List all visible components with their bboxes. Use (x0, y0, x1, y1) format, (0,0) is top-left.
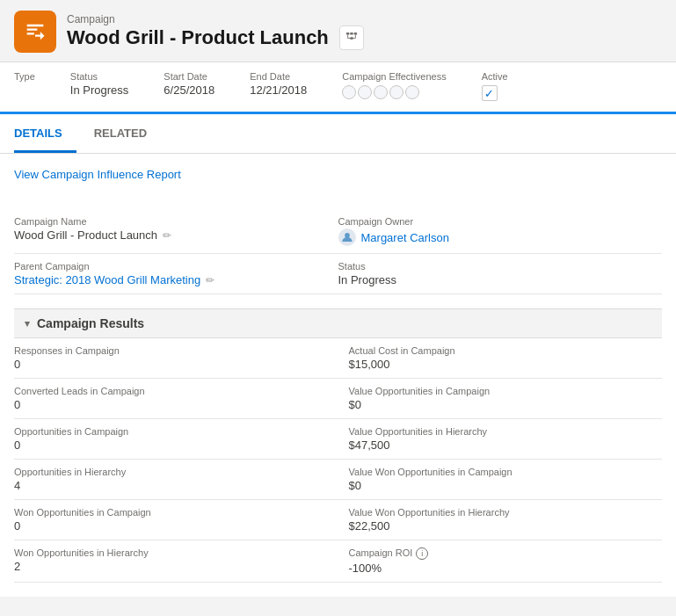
result-value: 0 (14, 358, 328, 371)
result-item: Responses in Campaign 0 (14, 338, 338, 379)
tab-details[interactable]: DETAILS (14, 114, 76, 153)
parent-campaign-value[interactable]: Strategic: 2018 Wood Grill Marketing (14, 273, 200, 286)
owner-row: Margaret Carlson (338, 228, 642, 246)
star-5 (405, 85, 419, 99)
result-item: Converted Leads in Campaign 0 (14, 379, 338, 419)
result-label-text: Value Opportunities in Campaign (349, 386, 491, 396)
result-label: Opportunities in Hierarchy (14, 467, 328, 477)
end-date-value: 12/21/2018 (250, 83, 307, 97)
result-item: Value Opportunities in Hierarchy $47,500 (338, 419, 663, 460)
meta-start-date: Start Date 6/25/2018 (164, 71, 214, 97)
result-value: 0 (14, 519, 328, 533)
meta-bar: Type Status In Progress Start Date 6/25/… (0, 62, 676, 114)
result-item: Opportunities in Hierarchy 4 (14, 460, 338, 500)
result-value: $0 (349, 479, 652, 492)
result-value: $22,500 (349, 519, 652, 533)
result-label: Value Won Opportunities in Campaign (349, 467, 652, 477)
campaign-name-row: Wood Grill - Product Launch ✏ (14, 228, 317, 242)
result-label-text: Value Won Opportunities in Campaign (349, 467, 512, 477)
result-label: Value Opportunities in Hierarchy (349, 426, 652, 437)
svg-rect-0 (346, 33, 350, 35)
results-grid: Responses in Campaign 0 Actual Cost in C… (14, 338, 662, 583)
meta-end-date: End Date 12/21/2018 (250, 71, 307, 97)
owner-avatar (338, 228, 356, 246)
campaign-results-title: Campaign Results (37, 316, 144, 330)
parent-campaign-row: Strategic: 2018 Wood Grill Marketing ✏ (14, 273, 317, 286)
main-content: View Campaign Influence Report Campaign … (0, 154, 676, 597)
campaign-name-field: Campaign Name Wood Grill - Product Launc… (14, 209, 338, 254)
result-label: Opportunities in Campaign (14, 426, 328, 437)
campaign-name-edit-icon[interactable]: ✏ (163, 229, 171, 242)
campaign-icon (14, 11, 56, 53)
result-value: $15,000 (349, 358, 652, 371)
result-label: Value Opportunities in Campaign (349, 386, 652, 396)
object-label: Campaign (67, 13, 364, 25)
hierarchy-button[interactable] (339, 25, 364, 50)
campaign-owner-field: Campaign Owner Margaret Carlson (338, 209, 663, 254)
status-detail-label: Status (338, 261, 642, 272)
result-label-text: Campaign ROI (349, 547, 413, 558)
tabs-bar: DETAILS RELATED (0, 114, 676, 154)
result-label: Campaign ROIi (349, 547, 652, 560)
status-value: In Progress (70, 83, 128, 97)
type-label: Type (14, 71, 35, 82)
result-value: $0 (349, 398, 652, 411)
result-value: 0 (14, 398, 328, 411)
result-item: Opportunities in Campaign 0 (14, 419, 338, 460)
info-icon[interactable]: i (416, 547, 428, 560)
header-text-group: Campaign Wood Grill - Product Launch (67, 13, 364, 50)
result-label: Actual Cost in Campaign (349, 345, 652, 356)
campaign-owner-value[interactable]: Margaret Carlson (361, 231, 449, 244)
status-field: Status In Progress (338, 254, 663, 294)
campaign-results-header[interactable]: ▾ Campaign Results (14, 308, 662, 338)
start-date-value: 6/25/2018 (164, 83, 214, 97)
active-checkbox[interactable]: ✓ (482, 85, 498, 101)
result-label-text: Actual Cost in Campaign (349, 345, 455, 356)
result-item: Value Won Opportunities in Campaign $0 (338, 460, 663, 500)
campaign-name-label: Campaign Name (14, 216, 317, 227)
meta-active: Active ✓ (482, 71, 508, 101)
parent-campaign-label: Parent Campaign (14, 261, 317, 272)
tab-related[interactable]: RELATED (94, 114, 161, 153)
details-fields: Campaign Name Wood Grill - Product Launc… (14, 209, 662, 294)
result-label: Won Opportunities in Hierarchy (14, 547, 328, 558)
status-detail-value: In Progress (338, 273, 396, 286)
result-item: Value Opportunities in Campaign $0 (338, 379, 663, 419)
parent-campaign-field: Parent Campaign Strategic: 2018 Wood Gri… (14, 254, 338, 294)
result-item: Campaign ROIi -100% (338, 540, 663, 583)
effectiveness-label: Campaign Effectiveness (342, 71, 446, 82)
result-label: Responses in Campaign (14, 345, 328, 356)
status-label: Status (70, 71, 128, 82)
page-title: Wood Grill - Product Launch (67, 25, 364, 50)
result-item: Won Opportunities in Campaign 0 (14, 500, 338, 540)
campaign-name-value: Wood Grill - Product Launch (14, 228, 157, 242)
result-value: 0 (14, 438, 328, 452)
meta-type: Type (14, 71, 35, 83)
result-value: 2 (14, 560, 328, 573)
parent-campaign-edit-icon[interactable]: ✏ (206, 274, 214, 286)
effectiveness-stars (342, 85, 446, 99)
meta-status: Status In Progress (70, 71, 128, 97)
result-label: Won Opportunities in Campaign (14, 507, 328, 518)
result-value: $47,500 (349, 438, 652, 452)
result-label: Converted Leads in Campaign (14, 386, 328, 396)
check-mark: ✓ (484, 88, 494, 99)
star-2 (358, 85, 372, 99)
star-1 (342, 85, 356, 99)
result-value: 4 (14, 479, 328, 492)
meta-effectiveness: Campaign Effectiveness (342, 71, 446, 99)
active-label: Active (482, 71, 508, 82)
result-label-text: Value Won Opportunities in Hierarchy (349, 507, 510, 518)
result-item: Actual Cost in Campaign $15,000 (338, 338, 663, 379)
star-3 (374, 85, 388, 99)
campaign-owner-label: Campaign Owner (338, 216, 642, 227)
svg-rect-2 (353, 33, 357, 35)
result-label-text: Value Opportunities in Hierarchy (349, 426, 488, 437)
result-label: Value Won Opportunities in Hierarchy (349, 507, 652, 518)
result-item: Value Won Opportunities in Hierarchy $22… (338, 500, 663, 540)
view-influence-report-link[interactable]: View Campaign Influence Report (14, 168, 181, 181)
result-item: Won Opportunities in Hierarchy 2 (14, 540, 338, 583)
chevron-down-icon: ▾ (25, 318, 30, 330)
svg-point-8 (345, 233, 350, 238)
svg-rect-1 (350, 33, 353, 35)
